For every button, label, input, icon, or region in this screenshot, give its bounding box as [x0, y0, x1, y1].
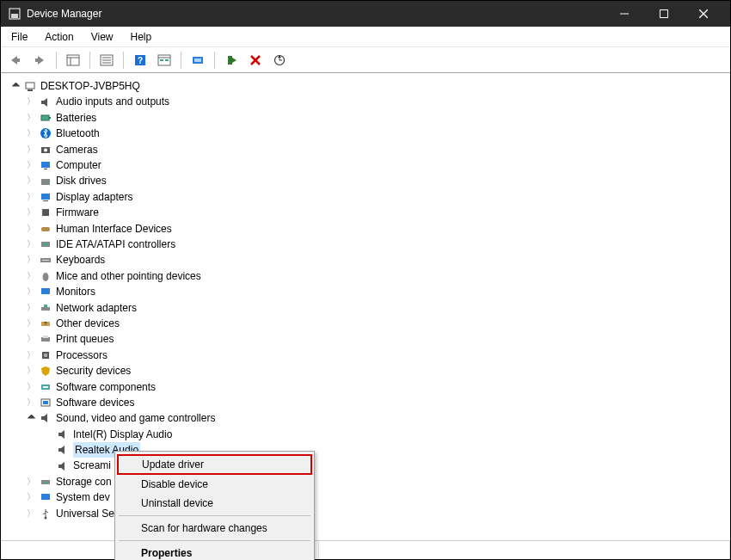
update-driver-icon[interactable]	[188, 51, 207, 70]
tree-item-swcomponents[interactable]: 〉Software components	[4, 378, 727, 394]
tree-item-hid[interactable]: 〉Human Interface Devices	[4, 221, 727, 237]
tree-item-swdevices[interactable]: 〉Software devices	[4, 395, 727, 410]
camera-icon	[39, 143, 52, 157]
svg-text:?: ?	[138, 56, 143, 65]
chevron-right-icon[interactable]: 〉	[25, 333, 37, 345]
properties-icon[interactable]	[97, 51, 116, 70]
tree-item-sound[interactable]: Sound, video and game controllers	[4, 410, 727, 426]
chevron-right-icon[interactable]: 〉	[25, 302, 37, 314]
tree-item-ide[interactable]: 〉IDE ATA/ATAPI controllers	[4, 237, 727, 252]
chevron-down-icon[interactable]	[25, 412, 37, 424]
tree-item-storage[interactable]: 〉Storage con	[4, 474, 727, 489]
tree-item-cameras[interactable]: 〉Cameras	[4, 142, 727, 157]
tree-item-keyboards[interactable]: 〉Keyboards	[4, 252, 727, 268]
device-screaming-bee-audio[interactable]: Screami	[4, 458, 727, 473]
tree-item-audio[interactable]: 〉Audio inputs and outputs	[4, 94, 727, 109]
chevron-right-icon[interactable]: 〉	[25, 175, 37, 188]
monitor-icon	[39, 158, 52, 172]
menu-view[interactable]: View	[83, 28, 122, 46]
ctx-properties[interactable]: Properties	[117, 544, 312, 560]
tree-item-other[interactable]: 〉?Other devices	[4, 316, 727, 331]
keyboard-icon	[39, 253, 52, 267]
chevron-right-icon[interactable]: 〉	[25, 112, 37, 124]
chevron-right-icon[interactable]: 〉	[25, 127, 37, 139]
svg-rect-7	[35, 58, 39, 62]
chevron-right-icon[interactable]: 〉	[25, 223, 37, 235]
chevron-right-icon[interactable]: 〉	[25, 365, 37, 377]
device-realtek-audio[interactable]: Realtek Audio	[4, 442, 727, 458]
tree-item-processors[interactable]: 〉Processors	[4, 348, 727, 363]
svg-rect-34	[41, 162, 50, 168]
chevron-right-icon[interactable]: 〉	[25, 349, 37, 361]
software-icon	[39, 396, 52, 409]
uninstall-device-icon[interactable]	[246, 51, 265, 70]
speaker-icon	[56, 428, 70, 441]
device-tree[interactable]: DESKTOP-JVBP5HQ 〉Audio inputs and output…	[1, 73, 730, 538]
chevron-right-icon[interactable]: 〉	[25, 381, 37, 393]
tree-item-monitors[interactable]: 〉Monitors	[4, 284, 727, 299]
ctx-disable-device[interactable]: Disable device	[117, 475, 312, 494]
chevron-right-icon[interactable]: 〉	[25, 96, 37, 108]
minimize-button[interactable]	[605, 1, 644, 27]
speaker-icon	[39, 95, 52, 109]
svg-rect-23	[228, 56, 232, 65]
chevron-right-icon[interactable]: 〉	[25, 397, 37, 409]
chevron-right-icon[interactable]: 〉	[25, 317, 37, 329]
back-button[interactable]	[6, 51, 25, 70]
tree-item-diskdrives[interactable]: 〉Disk drives	[4, 173, 727, 188]
tree-item-usb[interactable]: 〉Universal Se	[4, 506, 727, 521]
show-hide-console-icon[interactable]	[64, 51, 83, 70]
tree-root[interactable]: DESKTOP-JVBP5HQ	[4, 78, 727, 94]
tree-item-system[interactable]: 〉System dev	[4, 489, 727, 505]
ctx-uninstall-device[interactable]: Uninstall device	[117, 494, 312, 513]
bluetooth-icon	[39, 126, 52, 140]
tree-item-bluetooth[interactable]: 〉Bluetooth	[4, 126, 727, 141]
tree-item-computer[interactable]: 〉Computer	[4, 157, 727, 173]
ctx-separator	[119, 540, 310, 541]
svg-rect-39	[43, 200, 48, 201]
chevron-right-icon[interactable]: 〉	[25, 191, 37, 203]
scan-icon[interactable]	[155, 51, 174, 70]
tree-item-display[interactable]: 〉Display adapters	[4, 189, 727, 205]
component-icon	[39, 380, 52, 394]
speaker-icon	[39, 411, 52, 425]
chevron-right-icon[interactable]: 〉	[25, 476, 37, 488]
network-icon	[39, 301, 52, 315]
chevron-right-icon[interactable]: 〉	[25, 270, 37, 282]
chevron-right-icon[interactable]: 〉	[25, 254, 37, 266]
svg-point-64	[45, 516, 47, 519]
menu-help[interactable]: Help	[122, 28, 161, 46]
svg-rect-56	[44, 354, 47, 357]
forward-button[interactable]	[30, 51, 49, 70]
tree-item-printqueues[interactable]: 〉Print queues	[4, 331, 727, 347]
chevron-right-icon[interactable]: 〉	[25, 491, 37, 503]
enable-device-icon[interactable]	[222, 51, 241, 70]
chevron-right-icon[interactable]: 〉	[25, 238, 37, 250]
device-intel-display-audio[interactable]: Intel(R) Display Audio	[4, 427, 727, 442]
chevron-right-icon[interactable]: 〉	[25, 206, 37, 218]
close-button[interactable]	[684, 1, 723, 27]
battery-icon	[39, 111, 52, 125]
scan-hardware-icon[interactable]	[270, 51, 289, 70]
svg-rect-42	[41, 227, 50, 231]
menu-action[interactable]: Action	[36, 28, 82, 46]
chevron-right-icon[interactable]: 〉	[25, 286, 37, 298]
tree-item-firmware[interactable]: 〉Firmware	[4, 205, 727, 220]
chevron-right-icon[interactable]: 〉	[25, 159, 37, 171]
chevron-down-icon[interactable]	[9, 80, 22, 92]
window-title: Device Manager	[27, 8, 101, 20]
chevron-right-icon[interactable]: 〉	[25, 508, 37, 520]
tree-item-security[interactable]: 〉Security devices	[4, 363, 727, 378]
menu-file[interactable]: File	[3, 28, 36, 46]
svg-point-62	[45, 481, 47, 483]
ctx-update-driver[interactable]: Update driver	[117, 454, 312, 475]
ctx-scan-hardware[interactable]: Scan for hardware changes	[117, 519, 312, 538]
chevron-right-icon[interactable]: 〉	[25, 144, 37, 156]
svg-rect-60	[43, 401, 48, 404]
printer-icon	[39, 332, 52, 346]
maximize-button[interactable]	[644, 1, 684, 27]
tree-item-batteries[interactable]: 〉Batteries	[4, 110, 727, 126]
tree-item-mice[interactable]: 〉Mice and other pointing devices	[4, 268, 727, 284]
help-icon[interactable]: ?	[131, 51, 150, 70]
tree-item-network[interactable]: 〉Network adapters	[4, 299, 727, 315]
